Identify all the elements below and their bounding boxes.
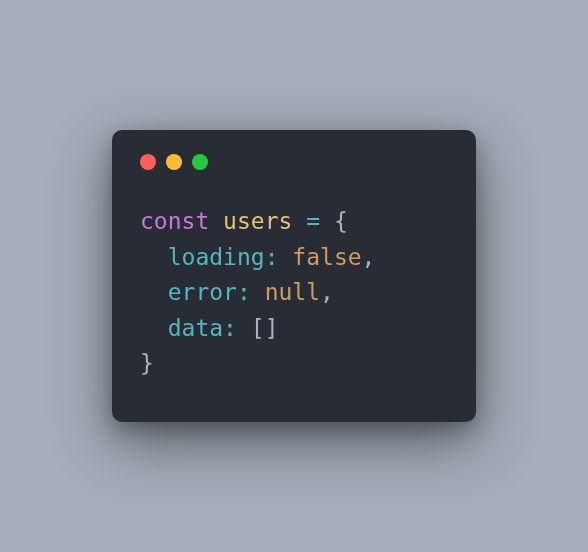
token-property: error [168, 279, 237, 305]
indent [140, 275, 168, 311]
token-identifier: users [223, 208, 292, 234]
code-window: const users = { loading: false, error: n… [112, 130, 476, 422]
token-colon: : [265, 244, 279, 270]
token-colon: : [237, 279, 251, 305]
token-colon: : [223, 315, 237, 341]
token-boolean: false [292, 244, 361, 270]
token-brackets: [] [251, 315, 279, 341]
token-property: loading [168, 244, 265, 270]
token-comma: , [362, 244, 376, 270]
token-brace: { [334, 208, 348, 234]
token-operator: = [306, 208, 320, 234]
close-icon[interactable] [140, 154, 156, 170]
token-null: null [265, 279, 320, 305]
window-titlebar [112, 130, 476, 170]
token-comma: , [320, 279, 334, 305]
code-block: const users = { loading: false, error: n… [112, 170, 476, 392]
indent [140, 311, 168, 347]
maximize-icon[interactable] [192, 154, 208, 170]
minimize-icon[interactable] [166, 154, 182, 170]
token-keyword: const [140, 208, 209, 234]
indent [140, 240, 168, 276]
token-property: data [168, 315, 223, 341]
token-brace: } [140, 350, 154, 376]
